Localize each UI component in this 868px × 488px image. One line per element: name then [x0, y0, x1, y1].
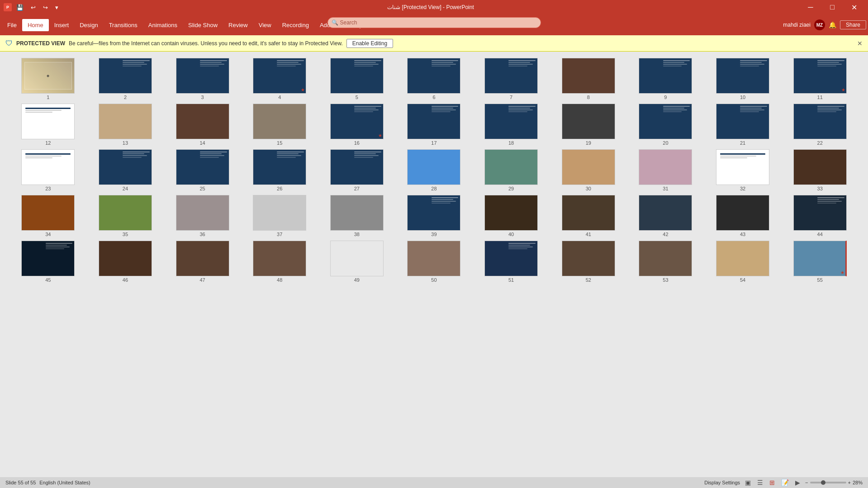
- slide-thumb-37[interactable]: [253, 195, 306, 231]
- slide-thumb-15[interactable]: [253, 104, 306, 139]
- slide-item[interactable]: 45: [11, 241, 85, 283]
- slide-thumb-45[interactable]: [21, 241, 75, 276]
- slide-item[interactable]: 53: [628, 241, 703, 283]
- slide-item[interactable]: 44: [783, 195, 857, 237]
- tab-slideshow[interactable]: Slide Show: [183, 19, 223, 31]
- slide-item[interactable]: 48: [242, 241, 317, 283]
- slide-item[interactable]: 8: [551, 58, 626, 100]
- slide-item[interactable]: ★55: [783, 241, 857, 283]
- slide-thumb-3[interactable]: [176, 58, 229, 94]
- slide-thumb-11[interactable]: ★: [793, 58, 847, 94]
- slide-thumb-32[interactable]: [716, 149, 769, 185]
- slide-thumb-29[interactable]: [484, 149, 538, 185]
- close-protected-bar[interactable]: ✕: [857, 40, 863, 47]
- slide-thumb-35[interactable]: [99, 195, 152, 231]
- slide-thumb-26[interactable]: [253, 149, 306, 185]
- slide-item[interactable]: 29: [474, 149, 549, 191]
- slide-item[interactable]: 13: [88, 104, 163, 146]
- slide-thumb-50[interactable]: [407, 241, 460, 276]
- slide-item[interactable]: 54: [706, 241, 780, 283]
- normal-view-btn[interactable]: ▣: [744, 479, 752, 486]
- slide-thumb-1[interactable]: ◈: [21, 58, 75, 94]
- slidesorter-view-btn[interactable]: ⊞: [768, 479, 776, 486]
- slide-item[interactable]: ★4: [242, 58, 317, 100]
- search-bar[interactable]: 🔍 Search: [327, 17, 541, 28]
- slide-thumb-42[interactable]: [639, 195, 692, 231]
- slide-item[interactable]: 7: [474, 58, 549, 100]
- slide-item[interactable]: 31: [628, 149, 703, 191]
- slide-thumb-2[interactable]: [99, 58, 152, 94]
- slide-thumb-43[interactable]: [716, 195, 769, 231]
- slide-thumb-5[interactable]: [330, 58, 384, 94]
- notes-view-btn[interactable]: 📝: [780, 479, 790, 486]
- tab-transitions[interactable]: Transitions: [104, 19, 143, 31]
- slide-item[interactable]: 21: [706, 104, 780, 146]
- slide-thumb-23[interactable]: [21, 149, 75, 185]
- slide-item[interactable]: 27: [320, 149, 394, 191]
- slide-thumb-30[interactable]: [562, 149, 615, 185]
- slide-thumb-12[interactable]: [21, 104, 75, 139]
- slide-item[interactable]: 9: [628, 58, 703, 100]
- tab-recording[interactable]: Recording: [277, 19, 314, 31]
- slide-thumb-39[interactable]: [407, 195, 460, 231]
- tab-insert[interactable]: Insert: [49, 19, 75, 31]
- zoom-out-btn[interactable]: −: [805, 480, 808, 485]
- tab-file[interactable]: File: [2, 19, 22, 31]
- slide-item[interactable]: 33: [783, 149, 857, 191]
- slide-thumb-9[interactable]: [639, 58, 692, 94]
- slide-thumb-34[interactable]: [21, 195, 75, 231]
- slide-thumb-33[interactable]: [793, 149, 847, 185]
- slide-thumb-53[interactable]: [639, 241, 692, 276]
- slide-item[interactable]: 23: [11, 149, 85, 191]
- outline-view-btn[interactable]: ☰: [756, 479, 764, 486]
- slide-item[interactable]: 46: [88, 241, 163, 283]
- slide-item[interactable]: 19: [551, 104, 626, 146]
- slide-item[interactable]: 34: [11, 195, 85, 237]
- slide-thumb-52[interactable]: [562, 241, 615, 276]
- slide-item[interactable]: 38: [320, 195, 394, 237]
- save-btn[interactable]: 💾: [14, 3, 26, 12]
- slide-item[interactable]: ★16: [320, 104, 394, 146]
- slide-thumb-36[interactable]: [176, 195, 229, 231]
- slide-item[interactable]: 37: [242, 195, 317, 237]
- close-button[interactable]: ✕: [844, 0, 864, 14]
- slide-thumb-48[interactable]: [253, 241, 306, 276]
- minimize-button[interactable]: ─: [800, 0, 821, 14]
- maximize-button[interactable]: □: [822, 0, 843, 14]
- slide-item[interactable]: 15: [242, 104, 317, 146]
- slide-item[interactable]: 14: [165, 104, 240, 146]
- slide-item[interactable]: 20: [628, 104, 703, 146]
- slide-item[interactable]: 52: [551, 241, 626, 283]
- zoom-slider[interactable]: [810, 482, 846, 483]
- slide-thumb-20[interactable]: [639, 104, 692, 139]
- slide-thumb-47[interactable]: [176, 241, 229, 276]
- tab-home[interactable]: Home: [22, 19, 49, 31]
- share-button[interactable]: Share: [840, 20, 866, 29]
- zoom-in-btn[interactable]: +: [848, 480, 851, 485]
- slide-thumb-38[interactable]: [330, 195, 384, 231]
- slide-thumb-55[interactable]: ★: [793, 241, 847, 276]
- slide-item[interactable]: ◈1: [11, 58, 85, 100]
- slide-thumb-10[interactable]: [716, 58, 769, 94]
- slide-item[interactable]: 26: [242, 149, 317, 191]
- slide-thumb-19[interactable]: [562, 104, 615, 139]
- enable-editing-button[interactable]: Enable Editing: [346, 39, 393, 48]
- slide-item[interactable]: 47: [165, 241, 240, 283]
- slide-item[interactable]: 32: [706, 149, 780, 191]
- slide-item[interactable]: ★11: [783, 58, 857, 100]
- slide-item[interactable]: 2: [88, 58, 163, 100]
- slide-item[interactable]: 36: [165, 195, 240, 237]
- slide-thumb-41[interactable]: [562, 195, 615, 231]
- slide-item[interactable]: 3: [165, 58, 240, 100]
- slide-thumb-51[interactable]: [484, 241, 538, 276]
- customize-btn[interactable]: ▾: [52, 3, 61, 12]
- slide-thumb-54[interactable]: [716, 241, 769, 276]
- slide-item[interactable]: 43: [706, 195, 780, 237]
- slide-item[interactable]: 30: [551, 149, 626, 191]
- slide-thumb-13[interactable]: [99, 104, 152, 139]
- slide-thumb-7[interactable]: [484, 58, 538, 94]
- tab-view[interactable]: View: [253, 19, 277, 31]
- slide-thumb-21[interactable]: [716, 104, 769, 139]
- slide-item[interactable]: 35: [88, 195, 163, 237]
- slide-item[interactable]: 51: [474, 241, 549, 283]
